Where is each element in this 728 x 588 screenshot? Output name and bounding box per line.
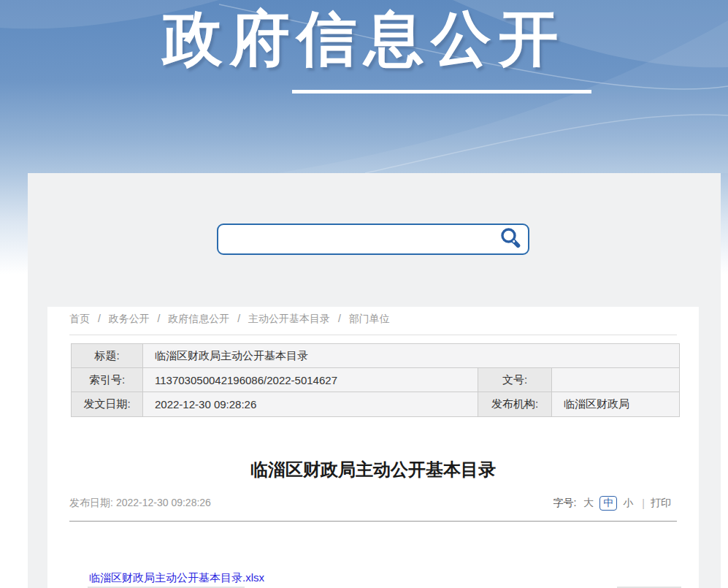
breadcrumb-item-home[interactable]: 首页 [69,313,90,324]
content-panel: 首页 / 政务公开 / 政府信息公开 / 主动公开基本目录 / 部门单位 标题:… [28,173,721,588]
banner: 政府信息公开 [0,0,728,173]
info-value-title: 临淄区财政局主动公开基本目录 [143,344,680,368]
publish-date: 发布日期:2022-12-30 09:28:26 [69,497,211,510]
font-size-label: 字号: [553,497,576,510]
table-row: 标题: 临淄区财政局主动公开基本目录 [72,344,680,368]
page: 政府信息公开 首页 / 政务公开 [0,0,728,588]
attachment-link-xlsx[interactable]: 临淄区财政局主动公开基本目录.xlsx [89,571,264,585]
breadcrumb-item-zhengwu[interactable]: 政务公开 [109,313,150,324]
info-label-index: 索引号: [72,368,143,392]
table-row: 发文日期: 2022-12-30 09:28:26 发布机构: 临淄区财政局 [72,392,680,417]
breadcrumb-separator: / [98,313,101,324]
table-row: 索引号: 113703050042196086/2022-5014627 文号: [72,368,680,392]
controls-separator: | [642,497,645,509]
breadcrumb-separator: / [237,313,240,324]
font-size-large-button[interactable]: 大 [583,497,594,510]
font-size-small-button[interactable]: 小 [623,497,633,510]
breadcrumb-item-mulu[interactable]: 主动公开基本目录 [248,313,330,324]
breadcrumb: 首页 / 政务公开 / 政府信息公开 / 主动公开基本目录 / 部门单位 [69,313,390,326]
info-value-index: 113703050042196086/2022-5014627 [143,368,478,392]
info-label-agency: 发布机构: [478,392,552,417]
page-title: 政府信息公开 [0,1,728,77]
info-value-date: 2022-12-30 09:28:26 [143,392,478,417]
article-title: 临淄区财政局主动公开基本目录 [47,458,699,481]
publish-date-label: 发布日期: [69,497,113,508]
search-icon [499,226,522,252]
info-label-title: 标题: [72,344,143,368]
article-meta: 发布日期:2022-12-30 09:28:26 字号: 大 中 小 | 打印 [69,496,671,511]
publish-date-value: 2022-12-30 09:28:26 [116,497,211,508]
breadcrumb-item-xinxigongkai[interactable]: 政府信息公开 [168,313,229,324]
font-size-medium-button[interactable]: 中 [599,496,617,511]
search-input[interactable] [218,225,499,253]
info-value-docnum [552,368,680,392]
search-box [217,224,529,255]
search-button[interactable] [499,226,528,252]
font-size-controls: 字号: 大 中 小 | 打印 [553,496,671,511]
info-label-date: 发文日期: [72,392,143,417]
info-label-docnum: 文号: [478,368,552,392]
article-divider [69,521,677,522]
breadcrumb-separator: / [158,313,161,324]
info-table: 标题: 临淄区财政局主动公开基本目录 索引号: 1137030500421960… [71,343,680,417]
breadcrumb-item-bumen[interactable]: 部门单位 [349,313,390,324]
print-button[interactable]: 打印 [651,497,671,510]
title-underline [292,90,591,93]
breadcrumb-separator: / [338,313,341,324]
article-panel: 首页 / 政务公开 / 政府信息公开 / 主动公开基本目录 / 部门单位 标题:… [47,307,699,588]
breadcrumb-divider [69,335,677,335]
info-value-agency: 临淄区财政局 [552,392,680,417]
